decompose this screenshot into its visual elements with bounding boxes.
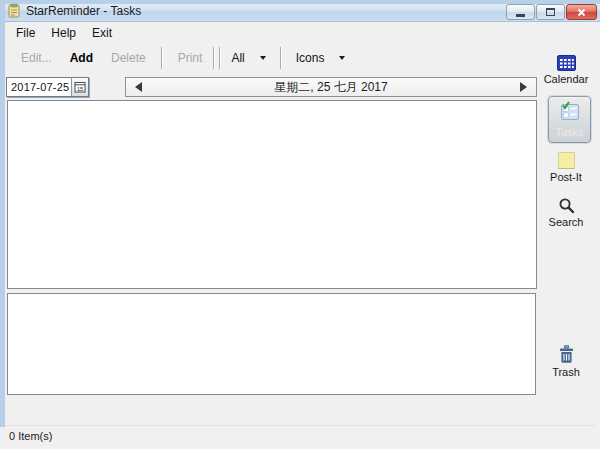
toolbar-separator: [280, 47, 282, 69]
sidebar-item-trash[interactable]: Trash: [540, 345, 592, 378]
view-dropdown[interactable]: Icons: [288, 48, 354, 68]
app-icon: [7, 4, 21, 18]
menu-bar: File Help Exit: [4, 23, 595, 42]
window-controls: [506, 4, 597, 20]
items-count: 0 Item(s): [9, 430, 52, 442]
task-detail-panel[interactable]: [7, 293, 536, 395]
sidebar-label-tasks: Tasks: [555, 126, 583, 138]
delete-button[interactable]: Delete: [102, 48, 155, 68]
sidebar-label-postit: Post-It: [540, 171, 592, 183]
filter-dropdown[interactable]: All: [223, 48, 273, 68]
calendar-picker-button[interactable]: 15: [71, 78, 88, 96]
sidebar-item-tasks-selected[interactable]: Tasks: [548, 96, 591, 143]
sidebar-item-calendar[interactable]: Calendar: [540, 55, 592, 85]
window-title: StarReminder - Tasks: [26, 4, 141, 18]
date-value: 2017-07-25: [7, 81, 71, 93]
status-bar: 0 Item(s): [4, 425, 595, 445]
menu-item-exit[interactable]: Exit: [84, 24, 120, 42]
calendar-picker-icon: 15: [74, 81, 86, 93]
next-day-arrow-icon[interactable]: [520, 82, 527, 92]
task-list-panel[interactable]: [7, 100, 537, 289]
sidebar-label-search: Search: [540, 216, 592, 228]
window-frame-right: [0, 0, 5, 427]
date-field[interactable]: 2017-07-25 15: [6, 77, 89, 97]
svg-text:15: 15: [77, 86, 83, 92]
chevron-down-icon: [339, 56, 345, 60]
sidebar-label-calendar: Calendar: [540, 73, 592, 85]
add-button[interactable]: Add: [61, 48, 102, 68]
minimize-button[interactable]: [506, 4, 535, 20]
toolbar-separator: [213, 47, 215, 69]
calendar-icon: [540, 55, 592, 71]
close-icon: [577, 8, 586, 17]
filter-dropdown-label: All: [231, 51, 244, 65]
search-icon: [540, 197, 592, 214]
view-dropdown-label: Icons: [296, 51, 325, 65]
postit-icon: [540, 152, 592, 169]
trash-icon: [540, 345, 592, 364]
toolbar-separator: [161, 47, 163, 69]
maximize-icon: [546, 8, 555, 16]
print-button[interactable]: Print: [169, 48, 212, 68]
maximize-button[interactable]: [536, 4, 565, 20]
sidebar-label-trash: Trash: [540, 366, 592, 378]
window-frame-bottom: [0, 0, 600, 4]
edit-button[interactable]: Edit...: [12, 48, 61, 68]
toolbar: Edit... Add Delete Print All Icons: [4, 43, 595, 73]
current-day-label: 星期二, 25 七月 2017: [126, 79, 536, 96]
sidebar-item-postit[interactable]: Post-It: [540, 152, 592, 183]
app-window: StarReminder - Tasks File Help Exit: [0, 0, 600, 449]
menu-item-file[interactable]: File: [8, 24, 43, 42]
minimize-icon: [516, 14, 525, 17]
menu-item-help[interactable]: Help: [43, 24, 84, 42]
toolbar-separator: [219, 47, 221, 69]
previous-day-arrow-icon[interactable]: [135, 82, 142, 92]
sidebar-item-search[interactable]: Search: [540, 197, 592, 228]
chevron-down-icon: [260, 56, 266, 60]
close-button[interactable]: [566, 4, 597, 20]
day-navigation-bar: 星期二, 25 七月 2017: [125, 77, 537, 97]
tasks-icon: [559, 101, 581, 125]
